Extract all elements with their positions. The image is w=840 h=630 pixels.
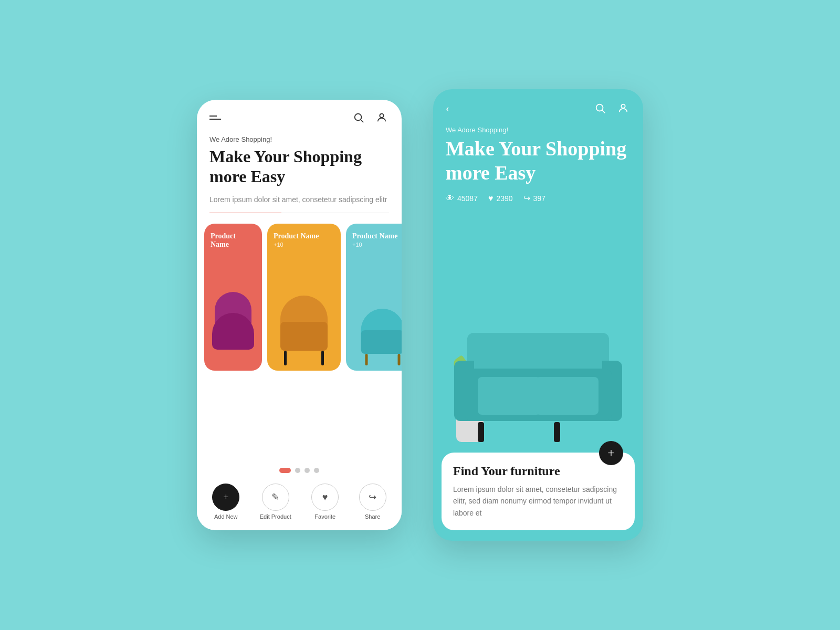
edit-icon: ✎	[271, 491, 279, 503]
views-icon: 👁	[446, 194, 454, 203]
info-card-title: Find Your furniture	[453, 464, 623, 478]
top-icons-left	[351, 110, 389, 125]
nav-label-edit: Edit Product	[260, 513, 291, 520]
svg-point-2	[380, 114, 383, 118]
nav-edit-product[interactable]: ✎ Edit Product	[260, 484, 291, 520]
nav-label-share: Share	[365, 513, 380, 520]
dots-row	[197, 459, 402, 478]
plus-fab-button[interactable]: +	[599, 441, 623, 465]
info-card: + Find Your furniture Lorem ipsum dolor …	[442, 453, 635, 530]
search-icon[interactable]	[351, 110, 366, 125]
top-bar-right: ‹	[433, 89, 643, 121]
dot-2[interactable]	[295, 468, 300, 473]
dot-3[interactable]	[304, 468, 310, 473]
nav-circle-fav: ♥	[311, 484, 339, 511]
sofa-illustration	[449, 327, 627, 442]
share-icon: ↪	[369, 491, 376, 503]
hero-desc-left: Lorem ipsum dolor sit amet, consetetur s…	[209, 194, 389, 205]
product-card-orange[interactable]: Product Name +10	[267, 224, 341, 371]
hero-title-right: Make Your Shopping more Easy	[446, 137, 631, 185]
chair-orange-img	[278, 308, 330, 365]
likes-icon: ♥	[488, 194, 494, 203]
stat-views: 👁 45087	[446, 193, 478, 203]
search-icon-right[interactable]	[593, 101, 607, 116]
nav-label-fav: Favorite	[314, 513, 335, 520]
heart-icon: ♥	[322, 492, 328, 503]
sofa-leg-fr	[554, 422, 560, 442]
hero-text-right: We Adore Shopping! Make Your Shopping mo…	[433, 121, 643, 193]
stat-shares: ↪ 397	[523, 193, 545, 203]
svg-line-1	[361, 120, 363, 122]
user-icon[interactable]	[374, 110, 389, 125]
phone-left: We Adore Shopping! Make Your Shopping mo…	[197, 100, 402, 530]
dot-1[interactable]	[279, 468, 291, 473]
chair-teal-img	[358, 313, 402, 365]
svg-point-5	[621, 104, 625, 108]
stat-shares-value: 397	[533, 194, 545, 203]
info-card-desc: Lorem ipsum dolor sit amet, consetetur s…	[453, 484, 623, 519]
nav-circle-edit: ✎	[262, 484, 289, 511]
card-sub-orange: +10	[274, 242, 334, 248]
plus-icon: +	[223, 492, 228, 503]
dot-4[interactable]	[314, 468, 319, 473]
stats-row: 👁 45087 ♥ 2390 ↪ 397	[433, 193, 643, 203]
nav-label-add: Add New	[214, 513, 238, 520]
top-bar-left	[197, 100, 402, 130]
svg-point-0	[355, 114, 362, 121]
shares-icon: ↪	[523, 193, 530, 203]
svg-line-4	[602, 110, 605, 113]
top-icons-right	[593, 101, 631, 116]
svg-point-3	[596, 104, 603, 111]
chair-pink-img	[209, 302, 257, 365]
sub-label-left: We Adore Shopping!	[209, 135, 389, 143]
stat-likes: ♥ 2390	[488, 193, 513, 203]
bottom-nav: + Add New ✎ Edit Product ♥ Favorite ↪	[197, 478, 402, 530]
product-card-teal[interactable]: Product Name +10	[346, 224, 402, 371]
screens-container: We Adore Shopping! Make Your Shopping mo…	[197, 89, 643, 541]
product-cards-row: Product Name Product Name +10	[197, 224, 402, 459]
card-title-orange: Product Name	[274, 232, 334, 240]
stat-views-value: 45087	[457, 194, 478, 203]
hero-title-left: Make Your Shopping more Easy	[209, 146, 389, 187]
hamburger-icon[interactable]	[209, 116, 221, 120]
sofa-cushion-right	[536, 377, 598, 415]
nav-circle-share: ↪	[359, 484, 386, 511]
card-title-pink: Product Name	[211, 232, 256, 249]
nav-circle-add: +	[212, 484, 239, 511]
sofa-cushion-left	[478, 377, 541, 415]
user-icon-right[interactable]	[616, 101, 631, 116]
stat-likes-value: 2390	[496, 194, 512, 203]
divider-line	[209, 213, 389, 213]
hero-text-left: We Adore Shopping! Make Your Shopping mo…	[197, 130, 402, 213]
nav-share[interactable]: ↪ Share	[359, 484, 386, 520]
sofa-leg-fl	[478, 422, 484, 442]
nav-favorite[interactable]: ♥ Favorite	[311, 484, 339, 520]
product-card-pink[interactable]: Product Name	[204, 224, 262, 371]
card-sub-teal: +10	[352, 242, 402, 248]
back-icon[interactable]: ‹	[446, 102, 449, 114]
phone-right: ‹ We Adore Shopping! Make Your	[433, 89, 643, 541]
card-title-teal: Product Name	[352, 232, 402, 240]
nav-add-new[interactable]: + Add New	[212, 484, 239, 520]
furniture-area	[433, 208, 643, 453]
sub-label-right: We Adore Shopping!	[446, 126, 631, 134]
